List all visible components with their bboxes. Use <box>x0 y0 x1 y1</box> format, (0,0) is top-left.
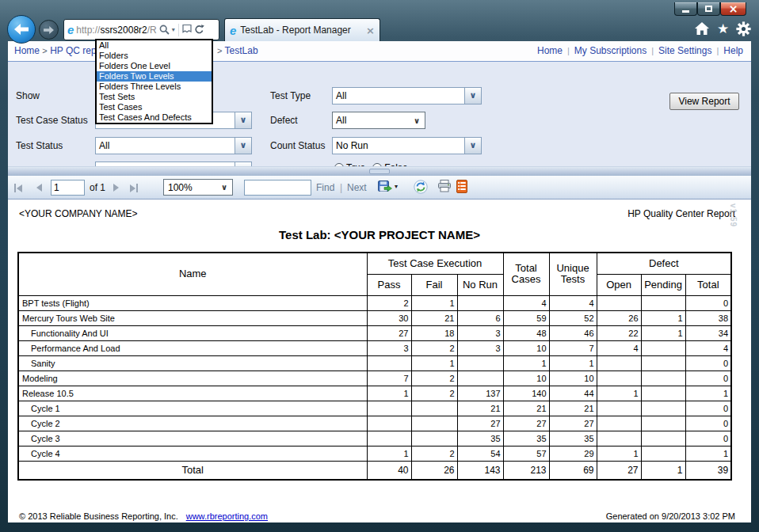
next-link[interactable]: Next <box>347 182 367 193</box>
find-link[interactable]: Find <box>316 182 334 193</box>
test-status-combo[interactable]: All ∨ <box>95 137 252 154</box>
export-caret-icon[interactable]: ▾ <box>395 183 398 190</box>
settings-gear-icon[interactable] <box>736 21 751 36</box>
dropdown-option[interactable]: Test Sets <box>97 92 212 102</box>
table-row: Modeling7210100 <box>18 370 731 386</box>
dropdown-option[interactable]: All <box>97 40 212 51</box>
table-row: Performance And Load32310744 <box>18 340 731 355</box>
defect-chevron-icon: ∨ <box>414 116 420 125</box>
site-nav-link[interactable]: Help <box>723 45 743 56</box>
value-cell: 1 <box>549 355 597 370</box>
site-nav-link[interactable]: My Subscriptions <box>574 45 646 56</box>
table-row: Sanity1110 <box>18 355 731 370</box>
test-type-chevron-icon[interactable]: ∨ <box>464 87 482 104</box>
next-page-button[interactable] <box>113 184 119 192</box>
page-number-input[interactable] <box>51 180 85 196</box>
value-cell: 1 <box>685 386 731 401</box>
forward-button[interactable] <box>39 20 59 40</box>
back-button[interactable] <box>7 15 36 44</box>
dropdown-option[interactable]: Folders One Level <box>97 61 212 71</box>
minimize-button[interactable] <box>674 2 697 16</box>
test-type-value[interactable]: All <box>332 87 464 104</box>
test-status-chevron-icon[interactable]: ∨ <box>235 137 252 154</box>
defect-select[interactable]: All ∨ <box>332 112 425 129</box>
dropdown-option[interactable]: Folders Two Levels <box>97 71 212 82</box>
close-button[interactable]: × <box>720 2 746 16</box>
home-icon[interactable] <box>694 21 710 36</box>
zoom-select[interactable]: 100% ∨ <box>163 179 233 196</box>
report-viewport: <YOUR COMPANY NAME> HP Quality Center Re… <box>8 200 751 522</box>
report-table-body: Name Test Case Execution Total Cases Uni… <box>18 253 731 480</box>
value-cell: 21 <box>457 401 503 416</box>
data-feed-icon[interactable] <box>456 180 467 193</box>
value-cell: 1 <box>367 446 411 461</box>
refresh-page-icon[interactable] <box>194 25 204 35</box>
maximize-button[interactable] <box>697 2 720 16</box>
row-name-cell: Release 10.5 <box>18 386 367 401</box>
total-label-cell: Total <box>18 461 367 480</box>
value-cell <box>641 386 685 401</box>
breadcrumb-separator: > <box>42 46 47 55</box>
first-page-button[interactable] <box>14 184 22 192</box>
dropdown-option[interactable]: Folders Three Levels <box>97 82 212 92</box>
header-open: Open <box>597 274 641 295</box>
compatibility-view-icon[interactable] <box>182 25 192 35</box>
count-status-combo[interactable]: No Run ∨ <box>332 137 482 154</box>
value-cell: 57 <box>503 446 549 461</box>
test-type-combo[interactable]: All ∨ <box>332 87 482 104</box>
value-cell <box>411 431 457 446</box>
dropdown-option[interactable]: Folders <box>97 51 212 61</box>
browser-tab[interactable]: e TestLab - Report Manager × <box>224 18 380 41</box>
dropdown-option[interactable]: Test Cases And Defects <box>97 112 212 123</box>
value-cell: 10 <box>503 370 549 386</box>
count-status-chevron-icon[interactable]: ∨ <box>464 137 482 154</box>
refresh-report-icon[interactable] <box>414 180 428 194</box>
report-title: Test Lab: <YOUR PROJECT NAME> <box>8 228 751 241</box>
value-cell: 34 <box>685 325 731 340</box>
value-cell: 0 <box>685 295 731 310</box>
header-unique-tests: Unique Tests <box>549 253 597 295</box>
breadcrumb-home-link[interactable]: Home <box>14 45 40 56</box>
test-case-status-chevron-icon[interactable]: ∨ <box>235 112 252 129</box>
value-cell <box>641 416 685 431</box>
splitter-grip-handle[interactable] <box>369 169 390 174</box>
view-report-button[interactable]: View Report <box>669 93 739 110</box>
page-count-label: of 1 <box>90 182 105 193</box>
previous-page-button[interactable] <box>36 184 42 192</box>
count-status-value[interactable]: No Run <box>332 137 464 154</box>
nav-separator: | <box>716 46 719 55</box>
search-dropdown-caret-icon[interactable]: ▾ <box>172 26 175 33</box>
company-website-link[interactable]: www.rbreporting.com <box>186 511 268 521</box>
export-save-icon[interactable] <box>378 180 392 193</box>
value-cell <box>597 355 641 370</box>
value-cell: 27 <box>367 325 411 340</box>
maximize-icon <box>705 6 712 12</box>
site-nav-link[interactable]: Home <box>537 45 563 56</box>
address-bar[interactable]: e http://ssrs2008r2/R ▾ <box>63 19 219 40</box>
print-icon[interactable] <box>437 180 452 192</box>
breadcrumb-current-link[interactable]: TestLab <box>225 45 258 56</box>
find-text-input[interactable] <box>244 180 311 196</box>
value-cell: 35 <box>503 431 549 446</box>
defect-value: All <box>336 115 346 126</box>
tab-close-icon[interactable]: × <box>366 25 375 36</box>
value-cell <box>367 401 411 416</box>
value-cell <box>597 401 641 416</box>
value-cell <box>457 295 503 310</box>
value-cell: 1 <box>411 355 457 370</box>
row-name-cell: Cycle 2 <box>18 416 367 431</box>
last-page-button[interactable] <box>130 184 138 192</box>
value-cell: 1 <box>503 355 549 370</box>
search-icon[interactable] <box>159 25 170 35</box>
value-cell: 48 <box>503 325 549 340</box>
row-name-cell: Cycle 1 <box>18 401 367 416</box>
test-status-value[interactable]: All <box>95 137 235 154</box>
favorites-star-icon[interactable]: ★ <box>717 21 729 36</box>
value-cell: 35 <box>457 431 503 446</box>
close-icon: × <box>729 3 738 14</box>
site-nav-link[interactable]: Site Settings <box>658 45 711 56</box>
dropdown-option[interactable]: Test Cases <box>97 102 212 112</box>
value-cell <box>367 355 411 370</box>
value-cell: 1 <box>597 386 641 401</box>
url-text[interactable]: http://ssrs2008r2/R <box>76 25 156 36</box>
